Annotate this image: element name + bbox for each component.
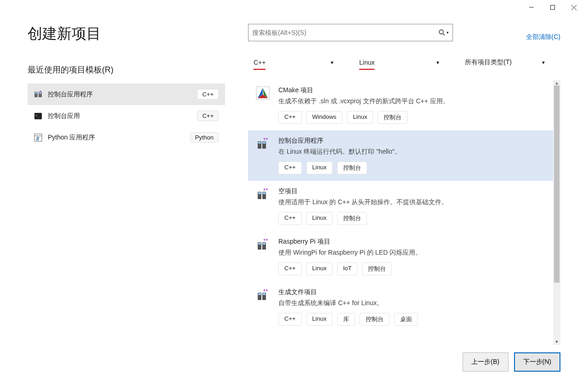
template-title: Raspberry Pi 项目 [278,238,546,246]
console-app-icon [34,90,42,99]
footer-buttons: 上一步(B) 下一步(N) [463,352,560,372]
tag: 控制台 [337,162,367,174]
template-item[interactable]: CMake 项目生成不依赖于 .sln 或 .vcxproj 文件的新式跨平台 … [248,80,553,130]
tag: IoT [337,262,358,275]
language-badge: C++ [197,89,219,100]
template-description: 使用适用于 Linux 的 C++ 从头开始操作。不提供基础文件。 [278,198,546,206]
svg-text:++: ++ [263,137,268,141]
svg-rect-5 [35,92,37,94]
svg-rect-37 [258,293,261,295]
language-filter-label: C++ [254,59,266,66]
project-type-filter[interactable]: 所有项目类型(T) ▼ [459,54,551,71]
svg-point-8 [40,90,41,92]
template-title: 生成文件项目 [278,288,546,296]
platform-filter-label: Linux [359,59,374,66]
recent-item[interactable]: Python 应用程序Python [28,127,225,148]
recent-templates-list: 控制台应用程序C++>_控制台应用C++Python 应用程序Python [28,84,225,148]
svg-text:++: ++ [263,288,268,293]
python-app-icon [34,134,42,142]
svg-rect-7 [39,92,41,94]
scroll-thumb[interactable] [554,85,560,283]
cpp-console-icon: ++ [255,187,270,202]
language-badge: C++ [197,111,219,121]
tag: 库 [337,313,355,326]
template-title: CMake 项目 [278,86,546,95]
cmake-icon [255,86,270,101]
template-item[interactable]: ++空项目使用适用于 Linux 的 C++ 从头开始操作。不提供基础文件。C+… [248,181,553,231]
template-item[interactable]: ++生成文件项目自带生成系统来编译 C++ for Linux。C++Linux… [248,282,553,332]
template-item[interactable]: ++控制台应用程序在 Linux 终端运行代码。默认打印 "hello"。C++… [248,130,553,181]
template-title: 空项目 [278,187,546,195]
svg-rect-1 [551,6,555,10]
template-tags: C++LinuxIoT控制台 [278,262,546,275]
template-description: 在 Linux 终端运行代码。默认打印 "hello"。 [278,148,546,156]
tag: C++ [278,212,302,225]
tag: 控制台 [378,111,407,124]
template-tags: C++WindowsLinux控制台 [278,111,546,124]
tag: Windows [306,111,343,124]
tag: Linux [306,313,333,326]
maximize-button[interactable] [542,0,563,14]
svg-text:++: ++ [263,238,268,242]
tag: C++ [278,262,302,275]
scroll-down-icon[interactable]: ▼ [553,339,560,345]
template-item[interactable]: ++Raspberry Pi 项目使用 WiringPi for Raspber… [248,231,553,282]
svg-text:++: ++ [263,187,268,192]
svg-line-14 [443,33,445,35]
template-tags: C++Linux库控制台桌面 [278,313,546,326]
cpp-console-icon: ++ [255,238,270,252]
recent-section-title: 最近使用的项目模板(R) [28,64,225,75]
svg-text:>_: >_ [35,114,40,117]
tag: C++ [278,313,302,326]
search-icon[interactable]: ▾ [439,29,449,36]
tag: 桌面 [394,313,418,326]
language-badge: Python [190,132,219,143]
svg-point-13 [439,30,443,34]
tag: 控制台 [360,313,390,326]
template-tags: C++Linux控制台 [278,162,546,174]
tag: 控制台 [337,212,367,225]
template-tags: C++Linux控制台 [278,212,546,225]
back-button[interactable]: 上一步(B) [463,352,509,372]
tag: Linux [306,212,333,225]
recent-item[interactable]: 控制台应用程序C++ [28,84,225,105]
console-icon: >_ [34,112,42,120]
svg-rect-22 [258,142,261,144]
tag: C++ [278,162,302,174]
filter-row: C++ ▼ Linux ▼ 所有项目类型(T) ▼ [248,54,560,71]
svg-rect-34 [263,243,266,245]
recent-item-label: Python 应用程序 [48,134,95,142]
project-type-filter-label: 所有项目类型(T) [465,58,512,67]
svg-rect-32 [258,243,261,245]
recent-item-label: 控制台应用程序 [48,90,93,99]
platform-filter[interactable]: Linux ▼ [354,54,446,71]
minimize-button[interactable] [521,0,542,14]
chevron-down-icon: ▼ [435,60,440,65]
tag: C++ [278,111,302,124]
window-titlebar [0,0,588,15]
template-scrollbar[interactable]: ▲ ▼ [553,80,560,345]
recent-item-label: 控制台应用 [48,112,80,120]
template-description: 生成不依赖于 .sln 或 .vcxproj 文件的新式跨平台 C++ 应用。 [278,97,546,106]
next-button[interactable]: 下一步(N) [514,352,560,372]
tag: Linux [306,262,333,275]
svg-rect-29 [263,192,266,194]
template-description: 自带生成系统来编译 C++ for Linux。 [278,299,546,307]
template-title: 控制台应用程序 [278,137,546,145]
template-list: CMake 项目生成不依赖于 .sln 或 .vcxproj 文件的新式跨平台 … [248,80,553,345]
svg-rect-24 [263,142,266,144]
chevron-down-icon: ▼ [541,60,546,65]
tag: Linux [306,162,333,174]
search-box[interactable]: ▾ [248,24,453,41]
clear-all-link[interactable]: 全部清除(C) [526,33,560,41]
svg-rect-27 [258,192,261,194]
recent-item[interactable]: >_控制台应用C++ [28,105,225,127]
svg-rect-39 [263,293,266,295]
chevron-down-icon: ▼ [330,60,334,65]
close-button[interactable] [563,0,584,14]
cpp-console-icon: ++ [255,137,270,151]
language-filter[interactable]: C++ ▼ [248,54,340,71]
search-input[interactable] [252,29,439,36]
page-title: 创建新项目 [28,24,225,44]
cpp-console-icon: ++ [255,288,270,303]
